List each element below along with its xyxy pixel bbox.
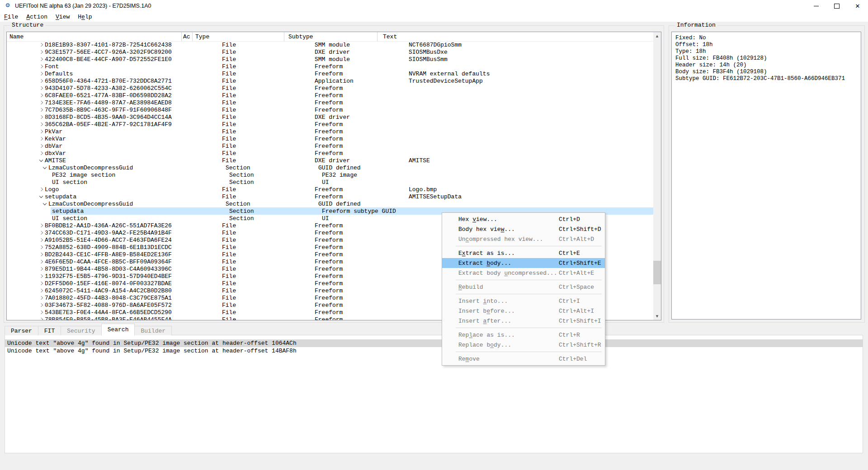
item-name: dbxVar xyxy=(45,150,66,157)
column-header-text[interactable]: Text xyxy=(377,32,661,41)
table-row[interactable]: D18E1B93-8307-4101-872B-72541C662438File… xyxy=(7,41,653,48)
table-row[interactable]: LzmaCustomDecompressGuidSectionGUID defi… xyxy=(7,164,653,171)
search-result-message[interactable]: Unicode text "above 4g" found in Setup/P… xyxy=(5,347,863,355)
table-row[interactable]: dbxVarFileFreeform xyxy=(7,150,653,157)
chevron-right-icon[interactable] xyxy=(38,63,45,70)
table-row[interactable]: 7C7D635B-8B9C-463C-9F7F-91F60906848FFile… xyxy=(7,106,653,113)
table-row[interactable]: 422400C8-BE4E-44CF-A907-D572552FE1E0File… xyxy=(7,56,653,63)
table-row[interactable]: 6C8FAEE0-6521-477A-83BF-0D6598DD28A2File… xyxy=(7,92,653,99)
cell-ac xyxy=(210,56,219,63)
chevron-down-icon[interactable] xyxy=(42,164,48,171)
chevron-right-icon[interactable] xyxy=(38,128,45,135)
table-row[interactable]: PE32 image sectionSectionPE32 image xyxy=(7,171,653,179)
chevron-right-icon[interactable] xyxy=(38,251,45,258)
column-header-subtype[interactable]: Subtype xyxy=(284,32,377,41)
item-name: 78B854F0-B858-45B8-BA3E-E46AB4455F4A xyxy=(45,316,172,320)
cell-subtype: Freeform subtype GUID xyxy=(318,207,410,215)
table-row[interactable]: 658D56F0-4364-4721-B70E-732DDC8A2771File… xyxy=(7,77,653,85)
chevron-right-icon[interactable] xyxy=(38,92,45,99)
chevron-right-icon[interactable] xyxy=(38,142,45,150)
item-name: BF0BDB12-AA1D-436A-A26C-551AD7FA3E26 xyxy=(45,222,172,229)
menu-item-body-hex-view[interactable]: Body hex view...Ctrl+Shift+D xyxy=(442,224,605,234)
tab-search[interactable]: Search xyxy=(101,324,135,336)
chevron-right-icon[interactable] xyxy=(38,150,45,157)
column-header-name[interactable]: Name xyxy=(7,32,182,41)
table-row[interactable]: 7134E3EE-7FA6-4489-87A7-AE38984EAED8File… xyxy=(7,99,653,106)
cell-type: File xyxy=(219,85,311,92)
tab-fit[interactable]: FIT xyxy=(38,326,61,335)
menu-help[interactable]: Help xyxy=(74,13,96,21)
scroll-up-icon[interactable]: ▲ xyxy=(653,32,661,40)
column-header-type[interactable]: Type xyxy=(193,32,284,41)
chevron-right-icon[interactable] xyxy=(38,135,45,142)
table-row[interactable]: LogoFileFreeformLogo.bmp xyxy=(7,186,653,193)
cell-ac xyxy=(210,135,219,142)
search-result-message[interactable]: Unicode text "above 4g" found in Setup/P… xyxy=(5,339,863,347)
chevron-right-icon[interactable] xyxy=(38,99,45,106)
menu-item-hex-view[interactable]: Hex view...Ctrl+D xyxy=(442,214,605,224)
chevron-down-icon[interactable] xyxy=(38,193,45,200)
chevron-right-icon[interactable] xyxy=(38,309,45,316)
table-row[interactable]: 9C3E1577-56EE-4CC7-926A-3202F9C89200File… xyxy=(7,48,653,56)
chevron-right-icon[interactable] xyxy=(38,258,45,265)
chevron-right-icon[interactable] xyxy=(38,85,45,92)
tree-vertical-scrollbar[interactable]: ▲ ▼ xyxy=(653,32,661,320)
chevron-right-icon[interactable] xyxy=(38,48,45,56)
chevron-right-icon[interactable] xyxy=(38,56,45,63)
cell-ac xyxy=(217,171,226,179)
table-row[interactable]: AMITSEFileDXE driverAMITSE xyxy=(7,157,653,164)
chevron-down-icon[interactable] xyxy=(42,200,48,207)
table-row[interactable]: setupdataFileFreeformAMITSESetupData xyxy=(7,193,653,200)
column-header-ac[interactable]: Ac xyxy=(182,32,193,41)
table-row[interactable]: dbVarFileFreeform xyxy=(7,142,653,150)
chevron-right-icon[interactable] xyxy=(38,280,45,287)
scrollbar-thumb[interactable] xyxy=(653,261,661,284)
table-row[interactable]: KekVarFileFreeform xyxy=(7,135,653,142)
cell-ac xyxy=(217,215,226,222)
chevron-right-icon[interactable] xyxy=(38,106,45,113)
minimize-button[interactable] xyxy=(806,0,826,12)
cell-subtype: DXE driver xyxy=(311,157,403,164)
cell-ac xyxy=(210,287,219,294)
chevron-right-icon[interactable] xyxy=(38,294,45,301)
chevron-right-icon[interactable] xyxy=(38,77,45,85)
chevron-right-icon[interactable] xyxy=(38,236,45,244)
table-row[interactable]: 365C62BA-05EF-4B2E-A7F7-92C1781AF4F9File… xyxy=(7,121,653,128)
chevron-right-icon[interactable] xyxy=(38,265,45,273)
cell-text xyxy=(403,135,653,142)
menu-item-extract-body[interactable]: Extract body...Ctrl+Shift+E xyxy=(442,258,605,268)
chevron-right-icon[interactable] xyxy=(38,316,45,320)
item-name: KekVar xyxy=(45,136,66,142)
close-button[interactable]: ✕ xyxy=(847,0,868,12)
table-row[interactable]: FontFileFreeform xyxy=(7,63,653,70)
menu-item-extract-as-is[interactable]: Extract as is...Ctrl+E xyxy=(442,248,605,258)
chevron-right-icon[interactable] xyxy=(38,229,45,236)
cell-type: Section xyxy=(226,207,318,215)
cell-type: File xyxy=(219,186,311,193)
menu-action[interactable]: Action xyxy=(22,13,52,21)
chevron-right-icon[interactable] xyxy=(38,186,45,193)
cell-subtype: Freeform xyxy=(311,287,403,294)
chevron-right-icon[interactable] xyxy=(38,121,45,128)
chevron-right-icon[interactable] xyxy=(38,222,45,229)
item-name: 543BE7E3-F0E4-44A4-8FCA-66B5EDCD5290 xyxy=(45,309,172,316)
table-row[interactable]: 943D4107-5D78-4233-A382-6260062C554CFile… xyxy=(7,85,653,92)
table-row[interactable]: UI sectionSectionUI xyxy=(7,179,653,186)
chevron-right-icon[interactable] xyxy=(38,113,45,121)
menu-view[interactable]: View xyxy=(52,13,74,21)
chevron-right-icon[interactable] xyxy=(38,273,45,280)
chevron-right-icon[interactable] xyxy=(38,244,45,251)
table-row[interactable]: PkVarFileFreeform xyxy=(7,128,653,135)
scroll-down-icon[interactable]: ▼ xyxy=(653,312,661,320)
table-row[interactable]: LzmaCustomDecompressGuidSectionGUID defi… xyxy=(7,200,653,207)
chevron-right-icon[interactable] xyxy=(38,70,45,77)
chevron-right-icon[interactable] xyxy=(38,41,45,48)
table-row[interactable]: 8D3168FD-8CD5-4B35-9AA0-3C964D4CC14AFile… xyxy=(7,113,653,121)
chevron-right-icon[interactable] xyxy=(38,287,45,294)
chevron-right-icon[interactable] xyxy=(38,301,45,309)
table-row[interactable]: DefaultsFileFreeformNVRAM external defau… xyxy=(7,70,653,77)
menu-file[interactable]: File xyxy=(0,13,22,21)
tab-parser[interactable]: Parser xyxy=(5,326,38,335)
maximize-button[interactable] xyxy=(826,0,847,12)
chevron-down-icon[interactable] xyxy=(38,157,45,164)
